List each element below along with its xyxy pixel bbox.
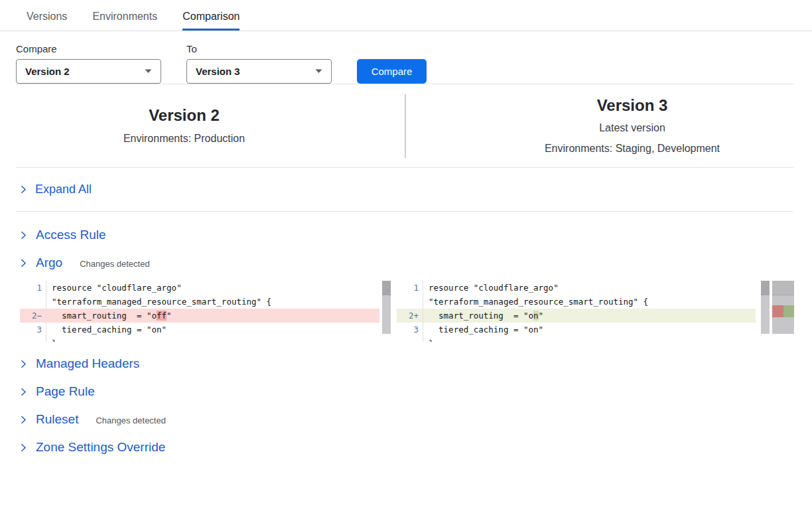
section-label: Access Rule <box>36 228 106 242</box>
version-title-right: Version 3 <box>597 96 668 115</box>
section-header-argo[interactable]: Argo Changes detected <box>0 249 812 277</box>
expand-all-button[interactable]: Expand All <box>0 168 812 211</box>
compare-from-value: Version 2 <box>25 66 70 77</box>
argo-diff-view: 1 resource "cloudflare_argo" "terraform_… <box>20 281 812 342</box>
comparison-page: Versions Environments Comparison Compare… <box>0 0 812 523</box>
diff-line-wrap: "terraform_managed_resource_smart_routin… <box>20 295 379 309</box>
tab-comparison[interactable]: Comparison <box>182 11 239 31</box>
chevron-right-icon <box>19 387 28 397</box>
version-header-block: Version 2 Environments: Production Versi… <box>0 84 812 167</box>
line-number: 3 <box>397 323 423 336</box>
diff-panel-right: 1 resource "cloudflare_argo" "terraform_… <box>397 281 794 342</box>
code-editor-right: 1 resource "cloudflare_argo" "terraform_… <box>397 281 756 342</box>
compare-from-select[interactable]: Version 2 <box>16 59 161 84</box>
chevron-right-icon <box>19 443 28 453</box>
section-header-page-rule[interactable]: Page Rule <box>0 378 812 406</box>
compare-to-value: Version 3 <box>196 66 240 77</box>
line-number <box>20 336 46 342</box>
scrollbar-thumb[interactable] <box>761 281 770 295</box>
section-header-access-rule[interactable]: Access Rule <box>0 221 812 249</box>
line-number: 2− <box>20 309 46 323</box>
compare-to-label: To <box>186 43 332 54</box>
code-editor-left: 1 resource "cloudflare_argo" "terraform_… <box>20 281 379 342</box>
code-text: } <box>46 336 57 342</box>
section-label: Page Rule <box>36 384 95 399</box>
compare-from-label: Compare <box>16 43 161 54</box>
tab-environments[interactable]: Environments <box>92 11 157 31</box>
code-text: tiered_caching = "on" <box>46 323 167 336</box>
line-number: 2+ <box>397 309 423 323</box>
code-text: smart_routing = "off" <box>46 309 172 323</box>
code-text: resource "cloudflare_argo" <box>423 281 559 295</box>
version-title-left: Version 2 <box>149 106 220 125</box>
diff-line-added: 2+ smart_routing = "on" <box>397 309 756 323</box>
version-header-left: Version 2 Environments: Production <box>0 106 405 145</box>
section-label: Managed Headers <box>36 356 139 371</box>
diff-line: } <box>397 336 756 342</box>
tab-versions[interactable]: Versions <box>27 11 67 31</box>
diff-line-wrap: "terraform_managed_resource_smart_routin… <box>397 295 756 309</box>
chevron-down-icon <box>144 68 153 74</box>
diff-panel-left: 1 resource "cloudflare_argo" "terraform_… <box>20 281 391 342</box>
code-text: tiered_caching = "on" <box>423 323 543 336</box>
scrollbar-thumb[interactable] <box>382 281 391 295</box>
chevron-right-icon <box>19 185 28 194</box>
version-environments-right: Environments: Staging, Development <box>545 141 720 156</box>
diff-line: } <box>20 336 379 342</box>
code-text: "terraform_managed_resource_smart_routin… <box>46 295 271 309</box>
minimap-addition-mark <box>783 305 794 317</box>
code-text: "terraform_managed_resource_smart_routin… <box>423 295 648 309</box>
diff-line: 3 tiered_caching = "on" <box>397 323 756 336</box>
deleted-text-highlight: ff <box>157 311 167 321</box>
line-number <box>397 295 423 309</box>
changes-badge: Changes detected <box>96 415 166 425</box>
minimap-deletion-mark <box>772 305 783 317</box>
version-subtitle-right: Latest version <box>599 121 665 135</box>
line-number: 3 <box>20 323 46 336</box>
minimap-viewport <box>772 281 794 295</box>
diff-overview-ruler[interactable] <box>772 281 794 334</box>
line-number <box>20 295 46 309</box>
section-label: Argo <box>36 256 62 270</box>
compare-to-select[interactable]: Version 3 <box>186 59 332 84</box>
chevron-right-icon <box>19 415 28 425</box>
version-header-right: Version 3 Latest version Environments: S… <box>406 96 812 156</box>
section-header-zone-settings-override[interactable]: Zone Settings Override <box>0 433 812 461</box>
code-text: } <box>423 336 434 342</box>
tab-bar: Versions Environments Comparison <box>0 0 812 31</box>
diff-line: 1 resource "cloudflare_argo" <box>20 281 379 295</box>
section-header-ruleset[interactable]: Ruleset Changes detected <box>0 406 812 433</box>
line-number: 1 <box>20 281 46 295</box>
compare-controls: Compare Version 2 To Version 3 Compare <box>0 31 812 84</box>
chevron-right-icon <box>19 230 28 240</box>
line-number <box>397 336 423 342</box>
compare-button[interactable]: Compare <box>357 59 427 84</box>
section-header-managed-headers[interactable]: Managed Headers <box>0 350 812 378</box>
changes-badge: Changes detected <box>80 259 150 269</box>
chevron-down-icon <box>314 68 323 74</box>
minimap-change-marker <box>772 305 794 317</box>
line-number: 1 <box>397 281 423 295</box>
diff-line-deleted: 2− smart_routing = "off" <box>20 309 379 323</box>
version-environments-left: Environments: Production <box>123 131 245 146</box>
diff-line: 1 resource "cloudflare_argo" <box>397 281 756 295</box>
added-text-highlight: n <box>533 311 539 321</box>
chevron-right-icon <box>19 359 28 369</box>
section-label: Zone Settings Override <box>36 440 165 455</box>
diff-line: 3 tiered_caching = "on" <box>20 323 379 336</box>
code-text: smart_routing = "on" <box>423 309 543 323</box>
resource-section-list: Access Rule Argo Changes detected 1 reso… <box>0 212 812 461</box>
code-text: resource "cloudflare_argo" <box>46 281 182 295</box>
vertical-scrollbar[interactable] <box>761 281 770 334</box>
section-label: Ruleset <box>36 412 78 427</box>
expand-all-label: Expand All <box>35 183 92 196</box>
chevron-right-icon <box>19 258 28 268</box>
vertical-scrollbar[interactable] <box>382 281 391 334</box>
